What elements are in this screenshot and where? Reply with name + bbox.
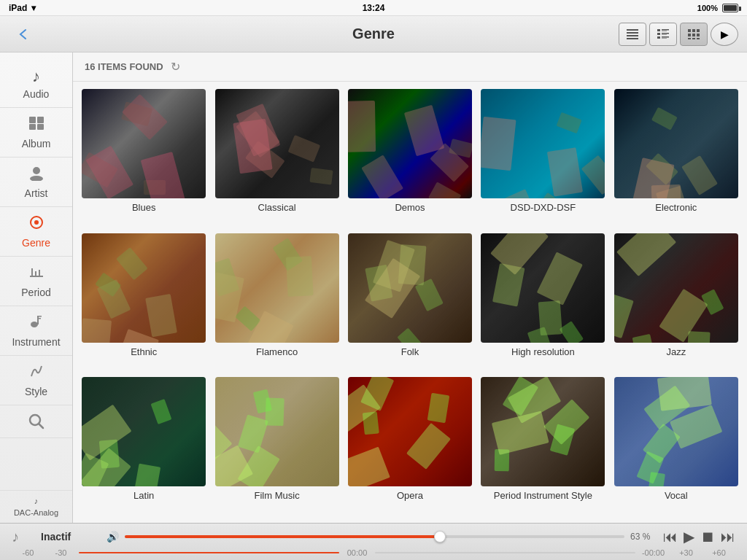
genre-cover-art [348, 89, 472, 198]
sidebar-item-artist[interactable]: Artist [0, 158, 72, 207]
grid-view-button[interactable] [680, 23, 708, 46]
svg-rect-37 [37, 318, 41, 319]
volume-thumb[interactable] [434, 531, 446, 542]
list-view-button[interactable] [619, 23, 646, 46]
genre-grid: Blues Classical Demos DSD-DXD-DSF Electr… [73, 82, 747, 523]
svg-rect-24 [29, 124, 36, 130]
sidebar-item-period[interactable]: Period [0, 257, 72, 306]
grid-icon [688, 29, 700, 39]
refresh-button[interactable]: ↻ [171, 60, 180, 74]
svg-rect-6 [662, 31, 667, 31]
genre-label: Vocal [665, 490, 688, 501]
battery-pct: 100% [697, 4, 718, 12]
genre-cover-art [614, 89, 738, 198]
svg-rect-68 [614, 89, 738, 198]
genre-label: Period Instrument Style [494, 490, 592, 501]
genre-cover-art [614, 233, 738, 343]
sidebar-item-instrument-label: Instrument [12, 336, 60, 348]
svg-point-34 [31, 322, 38, 327]
svg-rect-15 [697, 29, 700, 32]
cover-texture [481, 89, 605, 198]
volume-bar[interactable] [125, 535, 624, 538]
page-title: Genre [352, 26, 395, 42]
svg-rect-0 [627, 29, 638, 31]
sidebar-item-instrument[interactable]: Instrument [0, 306, 72, 356]
svg-rect-106 [686, 331, 710, 343]
svg-rect-1 [627, 32, 638, 34]
svg-rect-36 [37, 316, 42, 317]
sidebar-item-audio-label: Audio [23, 88, 50, 100]
time-played-bar [79, 552, 339, 553]
next-button[interactable]: ⏭ [721, 529, 735, 545]
genre-item[interactable]: Classical [213, 89, 340, 228]
genre-label: High resolution [511, 346, 575, 357]
wifi-icon: ▾ [31, 3, 36, 13]
detail-view-button[interactable] [649, 23, 677, 46]
genre-item[interactable]: DSD-DXD-DSF [479, 89, 606, 228]
svg-rect-32 [35, 271, 36, 276]
svg-rect-14 [692, 29, 695, 32]
cover-texture [614, 233, 738, 343]
svg-rect-9 [662, 34, 667, 35]
album-icon [28, 115, 45, 136]
svg-rect-19 [688, 38, 691, 39]
svg-point-26 [33, 167, 40, 174]
status-left: iPad ▾ [9, 3, 36, 13]
sidebar-item-audio[interactable]: ♪ Audio [0, 60, 72, 108]
genre-item[interactable]: High resolution [479, 233, 606, 372]
genre-item[interactable]: Demos [347, 89, 473, 228]
battery-fill [724, 5, 737, 11]
genre-item[interactable]: Period Instrument Style [479, 377, 606, 516]
svg-rect-17 [692, 34, 695, 36]
stop-button[interactable]: ⏹ [700, 529, 715, 545]
play-pause-button[interactable]: ▶ [684, 528, 694, 545]
audio-icon: ♪ [32, 67, 40, 86]
cover-texture [82, 233, 206, 343]
svg-point-29 [34, 220, 39, 225]
sidebar-item-genre-label: Genre [22, 237, 50, 249]
genre-item[interactable]: Flamenco [213, 233, 340, 372]
search-button[interactable] [0, 405, 72, 438]
back-button[interactable] [9, 22, 38, 47]
svg-rect-80 [82, 318, 112, 343]
volume-percent: 63 % [630, 532, 656, 542]
svg-rect-21 [697, 38, 700, 39]
genre-cover-art [348, 377, 472, 486]
genre-item[interactable]: Folk [347, 233, 473, 372]
previous-button[interactable]: ⏮ [663, 529, 678, 545]
svg-rect-13 [688, 29, 691, 32]
genre-item[interactable]: Jazz [613, 233, 740, 372]
genre-item[interactable]: Opera [347, 377, 473, 516]
genre-cover-art [481, 233, 605, 343]
cover-texture [82, 89, 206, 198]
sidebar-item-genre[interactable]: Genre [0, 207, 72, 257]
cover-texture [481, 233, 605, 343]
genre-item[interactable]: Blues [80, 89, 207, 228]
genre-cover-art [82, 233, 206, 343]
cover-texture [348, 377, 472, 486]
cover-texture [215, 89, 339, 198]
genre-item[interactable]: Electronic [613, 89, 740, 228]
dac-note-icon: ♪ [34, 497, 39, 505]
content-area: 16 ITEMS FOUND ↻ Blues Classical Demos D… [73, 52, 747, 523]
genre-item[interactable]: Vocal [613, 377, 740, 516]
genre-item[interactable]: Film Music [213, 377, 340, 516]
sidebar-item-style-label: Style [25, 386, 47, 397]
genre-item[interactable]: Latin [80, 377, 207, 516]
svg-rect-86 [285, 256, 313, 297]
list-lines-icon [627, 29, 638, 39]
play-all-button[interactable]: ▶ [711, 23, 738, 46]
svg-rect-67 [481, 117, 516, 171]
sidebar-item-album[interactable]: Album [0, 108, 72, 158]
time-minus60: -60 [12, 548, 44, 557]
genre-item[interactable]: Ethnic [80, 233, 207, 372]
sidebar-item-style[interactable]: Style [0, 356, 72, 405]
cover-texture [215, 377, 339, 486]
genre-cover-art [348, 233, 472, 343]
genre-cover-art [614, 377, 738, 486]
svg-rect-22 [29, 117, 36, 123]
genre-cover-art [481, 89, 605, 198]
cover-texture [348, 233, 472, 343]
genre-label: Demos [395, 202, 425, 213]
svg-rect-16 [688, 34, 691, 36]
